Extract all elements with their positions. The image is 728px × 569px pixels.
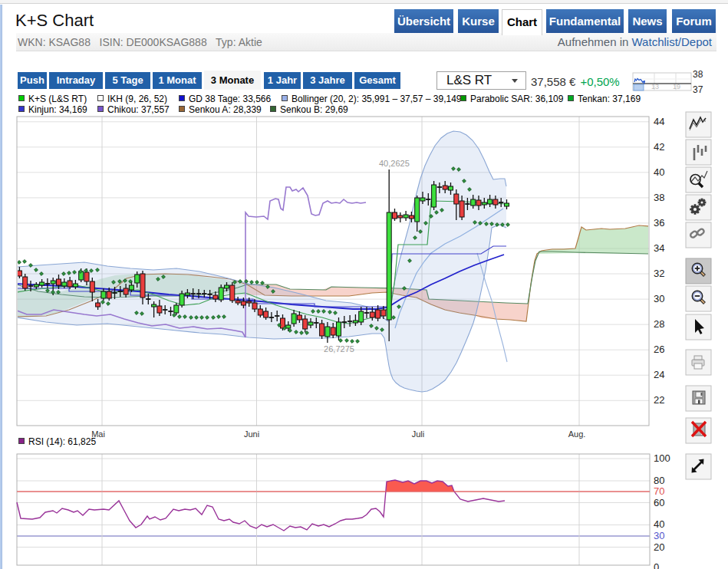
svg-text:28: 28 xyxy=(654,318,664,330)
svg-text:60: 60 xyxy=(654,497,664,508)
svg-text:26: 26 xyxy=(654,344,664,355)
svg-text:30: 30 xyxy=(654,293,664,304)
svg-text:26,7275: 26,7275 xyxy=(324,344,354,354)
svg-text:40,2625: 40,2625 xyxy=(379,159,410,168)
svg-text:34: 34 xyxy=(654,242,664,254)
svg-text:24: 24 xyxy=(654,369,664,380)
svg-text:37: 37 xyxy=(693,84,703,95)
svg-text:40: 40 xyxy=(654,166,664,178)
svg-text:42: 42 xyxy=(654,141,664,153)
svg-text:22: 22 xyxy=(654,394,664,406)
svg-text:38: 38 xyxy=(693,69,703,80)
svg-text:Mai: Mai xyxy=(91,429,105,439)
svg-text:100: 100 xyxy=(654,452,670,464)
svg-text:30: 30 xyxy=(654,530,664,541)
svg-text:Juni: Juni xyxy=(244,429,259,439)
svg-text:80: 80 xyxy=(654,475,664,486)
svg-text:40: 40 xyxy=(654,518,664,530)
svg-text:44: 44 xyxy=(654,116,664,127)
svg-text:36: 36 xyxy=(654,217,664,229)
svg-text:70: 70 xyxy=(654,485,664,497)
svg-text:Aug.: Aug. xyxy=(568,429,586,439)
svg-text:38: 38 xyxy=(654,192,664,203)
svg-text:32: 32 xyxy=(654,268,664,279)
svg-text:0: 0 xyxy=(654,561,659,569)
svg-text:20: 20 xyxy=(654,541,664,553)
svg-text:Juli: Juli xyxy=(412,429,425,439)
